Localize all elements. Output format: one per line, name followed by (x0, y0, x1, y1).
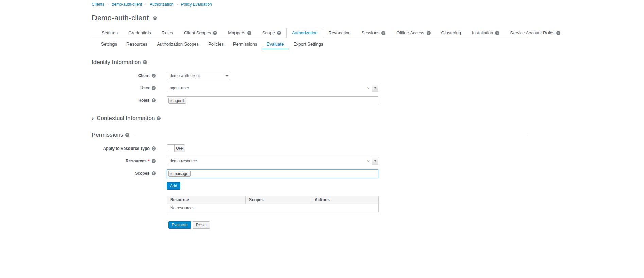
help-icon (213, 31, 217, 35)
evaluate-button[interactable]: Evaluate (168, 221, 191, 229)
help-icon (427, 31, 431, 35)
client-tabs: Settings Credentials Roles Client Scopes… (92, 28, 528, 38)
tag-label: manage (173, 171, 188, 176)
main-content: Clients demo-auth-client Authorization P… (92, 0, 528, 233)
subtab-export-settings[interactable]: Export Settings (289, 39, 328, 49)
tab-settings[interactable]: Settings (96, 28, 123, 38)
page-header: Demo-auth-client (92, 14, 528, 22)
label-text: Client (138, 73, 150, 78)
user-label: User (92, 84, 156, 90)
scope-tag: manage (168, 171, 191, 177)
spacer (92, 221, 156, 223)
contextual-information-toggle[interactable]: Contextual Information (92, 115, 528, 122)
table-empty-row: No resources (167, 204, 379, 212)
role-tag: agent (168, 98, 186, 104)
help-icon (152, 86, 156, 90)
help-icon (381, 31, 385, 35)
subtab-evaluate[interactable]: Evaluate (262, 39, 289, 49)
subtab-settings[interactable]: Settings (96, 39, 122, 49)
apply-resource-type-toggle[interactable]: OFF (167, 144, 185, 152)
label-text: Resources (126, 159, 146, 163)
tab-label: Mappers (228, 30, 245, 35)
tab-client-scopes[interactable]: Client Scopes (178, 28, 223, 38)
page-title: Demo-auth-client (92, 14, 149, 22)
tab-roles[interactable]: Roles (156, 28, 178, 38)
breadcrumb-separator-icon (145, 2, 146, 7)
resources-select-value: demo-resource (167, 159, 365, 163)
subtab-authorization-scopes[interactable]: Authorization Scopes (152, 39, 204, 49)
apply-resource-type-label: Apply to Resource Type (92, 144, 156, 151)
required-asterisk (148, 159, 150, 163)
tab-authorization[interactable]: Authorization (286, 28, 323, 38)
resources-select[interactable]: demo-resource (167, 157, 378, 165)
page: Clients demo-auth-client Authorization P… (0, 0, 644, 278)
resources-table: Resource Scopes Actions No resources (167, 196, 379, 212)
user-row: User agent-user (92, 84, 528, 92)
tab-label: Revocation (329, 30, 351, 35)
trash-icon (153, 16, 157, 21)
tab-label: Roles (162, 30, 173, 35)
roles-row: Roles agent (92, 96, 528, 105)
tab-label: Settings (102, 30, 118, 35)
tab-scope[interactable]: Scope (257, 28, 286, 38)
scopes-row: Scopes manage (92, 169, 528, 178)
breadcrumb-item-clients[interactable]: Clients (92, 2, 104, 7)
permissions-form: Apply to Resource Type OFF Resources (92, 144, 528, 229)
user-select[interactable]: agent-user (167, 84, 378, 92)
tab-sessions[interactable]: Sessions (356, 28, 391, 38)
authorization-subtabs: Settings Resources Authorization Scopes … (92, 39, 528, 49)
roles-input[interactable]: agent (167, 96, 378, 105)
remove-tag-icon[interactable] (170, 172, 172, 176)
help-icon (152, 74, 156, 78)
remove-tag-icon[interactable] (170, 99, 172, 103)
subtab-resources[interactable]: Resources (122, 39, 152, 49)
table-header-scopes: Scopes (246, 196, 311, 204)
tab-service-account-roles[interactable]: Service Account Roles (505, 28, 566, 38)
breadcrumb-item-client[interactable]: demo-auth-client (112, 2, 142, 7)
dropdown-arrow-button[interactable] (372, 157, 378, 165)
tab-clustering[interactable]: Clustering (436, 28, 467, 38)
tag-label: agent (173, 98, 184, 103)
clear-selection-icon[interactable] (365, 86, 372, 90)
help-icon (152, 146, 156, 151)
table-header-resource: Resource (167, 196, 246, 204)
identity-information-heading: Identity Information (92, 59, 528, 66)
delete-client-button[interactable] (153, 16, 157, 21)
help-icon (556, 31, 560, 35)
tab-offline-access[interactable]: Offline Access (391, 28, 436, 38)
client-select[interactable]: demo-auth-client (167, 72, 230, 80)
help-icon (495, 31, 499, 35)
reset-button[interactable]: Reset (193, 221, 210, 229)
help-icon (157, 116, 161, 120)
clear-selection-icon[interactable] (365, 159, 372, 163)
tab-label: Credentials (128, 30, 151, 35)
section-title-text: Permissions (92, 132, 123, 138)
tab-label: Offline Access (396, 30, 424, 35)
section-title-text: Identity Information (92, 59, 141, 66)
breadcrumb-item-policy-evaluation[interactable]: Policy Evaluation (181, 2, 212, 7)
toggle-handle (167, 145, 175, 152)
subtab-permissions[interactable]: Permissions (228, 39, 262, 49)
spacer (92, 182, 156, 184)
breadcrumb-separator-icon (107, 2, 109, 7)
label-text: Scopes (135, 171, 150, 176)
tab-revocation[interactable]: Revocation (323, 28, 356, 38)
subtab-policies[interactable]: Policies (204, 39, 228, 49)
add-button[interactable]: Add (167, 182, 180, 190)
apply-resource-type-row: Apply to Resource Type OFF (92, 144, 528, 153)
toggle-off-label: OFF (175, 145, 185, 152)
tab-installation[interactable]: Installation (467, 28, 505, 38)
permissions-heading: Permissions (92, 132, 528, 138)
breadcrumb-item-authorization[interactable]: Authorization (150, 2, 173, 7)
help-icon (247, 31, 251, 35)
dropdown-arrow-button[interactable] (372, 84, 378, 92)
label-text: Roles (138, 98, 150, 103)
tab-credentials[interactable]: Credentials (123, 28, 156, 38)
heading-divider (134, 135, 528, 135)
label-text: Apply to Resource Type (103, 146, 150, 151)
user-select-value: agent-user (167, 86, 365, 90)
empty-message: No resources (167, 204, 379, 212)
tab-mappers[interactable]: Mappers (223, 28, 257, 38)
form-actions: Evaluate Reset (92, 221, 528, 229)
scopes-input[interactable]: manage (167, 169, 378, 178)
